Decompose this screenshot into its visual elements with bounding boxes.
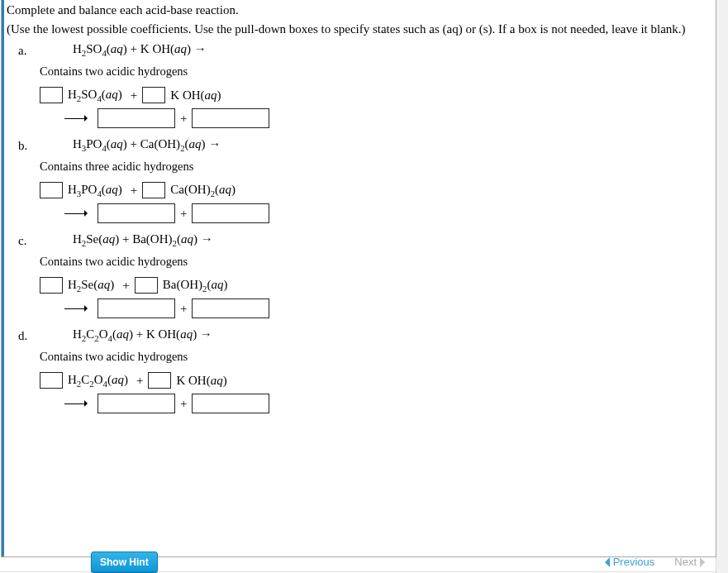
problem-header: a.H2SO4(aq) + K OH(aq) →: [18, 41, 709, 58]
problem-note: Contains two acidic hydrogens: [18, 64, 709, 79]
problem-label: a.: [18, 41, 40, 58]
problem: b.H3PO4(aq) + Ca(OH)2(aq) →Contains thre…: [18, 136, 709, 223]
instructions-line1: Complete and balance each acid-base reac…: [7, 3, 709, 17]
nav-controls: Previous Next: [600, 556, 710, 568]
given-equation: H2SO4(aq) + K OH(aq) →: [40, 42, 207, 58]
problem: c.H2Se(aq) + Ba(OH)2(aq) →Contains two a…: [18, 232, 709, 318]
reaction-arrow-icon: [64, 114, 91, 122]
reactants-entry: H2C2O4(aq)+K OH(aq): [18, 372, 709, 389]
plus-sign: +: [177, 302, 190, 316]
plus-sign: +: [127, 88, 140, 103]
product-input[interactable]: [192, 203, 269, 223]
problem-note: Contains three acidic hydrogens: [18, 160, 709, 174]
instructions: Complete and balance each acid-base reac…: [7, 3, 709, 36]
product-input[interactable]: [98, 203, 175, 223]
coefficient-input[interactable]: [40, 87, 63, 103]
plus-sign: +: [127, 184, 140, 198]
products-entry: +: [18, 394, 709, 413]
next-label: Next: [674, 556, 697, 568]
coefficient-input[interactable]: [148, 372, 171, 389]
question-panel: Complete and balance each acid-base reac…: [1, 0, 716, 557]
problem-label: b.: [18, 136, 40, 153]
product-input[interactable]: [98, 394, 175, 413]
reactant-1: H2SO4(aq): [64, 88, 126, 103]
scrollbar-track[interactable]: [716, 0, 728, 573]
product-input[interactable]: [192, 108, 269, 128]
problem-label: d.: [18, 327, 40, 343]
reactants-entry: H2SO4(aq)+K OH(aq): [18, 87, 709, 103]
reactant-2: K OH(aq): [167, 88, 224, 103]
product-input[interactable]: [192, 298, 269, 318]
problem-note: Contains two acidic hydrogens: [18, 350, 709, 364]
product-input[interactable]: [98, 298, 175, 318]
reactant-1: H3PO4(aq): [64, 183, 126, 198]
next-button[interactable]: Next: [674, 556, 710, 568]
problem-label: c.: [18, 232, 40, 248]
coefficient-input[interactable]: [40, 372, 63, 389]
products-entry: +: [18, 203, 709, 223]
chevron-left-icon: [600, 557, 610, 567]
problem: d.H2C2O4(aq) + K OH(aq) →Contains two ac…: [18, 327, 709, 413]
products-entry: +: [18, 298, 709, 318]
reaction-arrow-icon: [64, 209, 91, 217]
previous-label: Previous: [613, 556, 655, 568]
previous-button[interactable]: Previous: [600, 556, 655, 568]
plus-sign: +: [177, 112, 190, 126]
problem-note: Contains two acidic hydrogens: [18, 255, 709, 269]
footer: Show Hint Previous Next: [0, 538, 728, 573]
problem-header: d.H2C2O4(aq) + K OH(aq) →: [18, 327, 709, 343]
page-root: Complete and balance each acid-base reac…: [0, 0, 728, 573]
coefficient-input[interactable]: [40, 182, 63, 198]
reactant-2: Ba(OH)2(aq): [159, 278, 231, 294]
products-entry: +: [18, 108, 709, 128]
given-equation: H3PO4(aq) + Ca(OH)2(aq) →: [40, 137, 221, 153]
problems-list: a.H2SO4(aq) + K OH(aq) →Contains two aci…: [7, 41, 709, 413]
product-input[interactable]: [192, 394, 269, 413]
problem: a.H2SO4(aq) + K OH(aq) →Contains two aci…: [18, 41, 709, 128]
reactant-1: H2Se(aq): [64, 278, 117, 294]
plus-sign: +: [177, 397, 190, 411]
plus-sign: +: [119, 279, 132, 293]
reactants-entry: H3PO4(aq)+Ca(OH)2(aq): [18, 182, 709, 198]
reactant-1: H2C2O4(aq): [64, 373, 131, 389]
reactant-2: K OH(aq): [173, 374, 230, 388]
problem-header: c.H2Se(aq) + Ba(OH)2(aq) →: [18, 232, 709, 248]
given-equation: H2Se(aq) + Ba(OH)2(aq) →: [40, 232, 213, 248]
coefficient-input[interactable]: [40, 277, 63, 294]
given-equation: H2C2O4(aq) + K OH(aq) →: [40, 327, 212, 343]
plus-sign: +: [133, 374, 146, 388]
reaction-arrow-icon: [64, 399, 91, 408]
coefficient-input[interactable]: [135, 277, 158, 294]
product-input[interactable]: [98, 108, 175, 128]
reactants-entry: H2Se(aq)+Ba(OH)2(aq): [18, 277, 709, 294]
coefficient-input[interactable]: [142, 87, 165, 103]
reactant-2: Ca(OH)2(aq): [167, 183, 239, 198]
show-hint-button[interactable]: Show Hint: [91, 552, 158, 573]
reaction-arrow-icon: [64, 304, 91, 313]
coefficient-input[interactable]: [142, 182, 165, 198]
plus-sign: +: [177, 207, 190, 221]
instructions-line2: (Use the lowest possible coefficients. U…: [7, 22, 709, 36]
chevron-right-icon: [700, 557, 710, 567]
problem-header: b.H3PO4(aq) + Ca(OH)2(aq) →: [18, 136, 709, 153]
